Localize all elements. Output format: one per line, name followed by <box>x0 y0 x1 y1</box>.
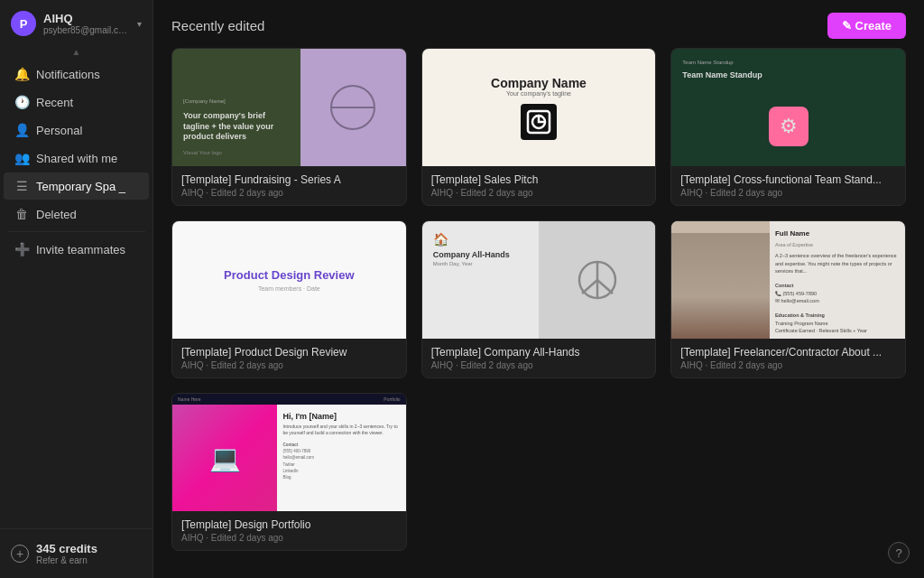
credits-count: 345 credits <box>36 542 97 555</box>
people-icon: 👥 <box>14 151 29 165</box>
card-thumbnail-freelancer: Full Name Area of Expertise A 2–3 senten… <box>671 221 905 339</box>
card-product[interactable]: Product Design Review Team members · Dat… <box>171 220 407 378</box>
card-meta: AIHQ · Edited 2 days ago <box>680 188 896 198</box>
card-fundraising[interactable]: [Company Name] Your company's brief tagl… <box>171 48 407 206</box>
help-button[interactable]: ? <box>888 542 910 564</box>
sidebar-item-deleted[interactable]: 🗑 Deleted <box>4 200 149 228</box>
card-thumbnail-fundraising: [Company Name] Your company's brief tagl… <box>172 49 406 166</box>
create-button[interactable]: ✎ Create <box>827 13 906 39</box>
credits-info: 345 credits Refer & earn <box>36 542 97 565</box>
card-info-standup: [Template] Cross-functional Team Stand..… <box>671 166 905 205</box>
sidebar-item-label: Temporary Spa _ <box>36 180 138 193</box>
sidebar-item-temporary[interactable]: ☰ Temporary Spa _ <box>4 172 149 200</box>
card-title: [Template] Cross-functional Team Stand..… <box>680 173 896 186</box>
card-title: [Template] Freelancer/Contractor About .… <box>680 346 896 359</box>
card-sales[interactable]: Company Name Your company's tagline <box>421 48 657 206</box>
sidebar-item-label: Shared with me <box>36 152 138 165</box>
svg-line-4 <box>582 280 597 294</box>
portfolio-content: 💻 Hi, I'm [Name] Introduce yourself and … <box>172 405 406 511</box>
refer-earn-label: Refer & earn <box>36 555 97 565</box>
card-allhands[interactable]: 🏠 Company All-Hands Month Day, Year <box>421 220 657 378</box>
avatar: P <box>11 11 36 36</box>
clock-icon: 🕐 <box>14 95 29 109</box>
card-meta: AIHQ · Edited 2 days ago <box>181 188 397 198</box>
bell-icon: 🔔 <box>14 67 29 81</box>
main-content: Recently edited ✎ Create [Company Name] … <box>153 0 924 578</box>
sidebar-divider <box>7 231 145 232</box>
card-meta: AIHQ · Edited 2 days ago <box>431 360 647 370</box>
card-info-freelancer: [Template] Freelancer/Contractor About .… <box>671 339 905 378</box>
card-info-fundraising: [Template] Fundraising - Series A AIHQ ·… <box>172 166 406 205</box>
card-title: [Template] Sales Pitch <box>431 173 647 186</box>
card-info-sales: [Template] Sales Pitch AIHQ · Edited 2 d… <box>422 166 656 205</box>
card-thumbnail-product: Product Design Review Team members · Dat… <box>172 221 406 339</box>
trash-icon: 🗑 <box>14 207 29 221</box>
card-thumbnail-allhands: 🏠 Company All-Hands Month Day, Year <box>422 221 656 339</box>
workspace-header[interactable]: P AIHQ psyber85@gmail.com ▾ <box>0 0 152 43</box>
sidebar-footer: + 345 credits Refer & earn <box>0 528 152 578</box>
workspace-name: AIHQ <box>43 12 130 25</box>
credits-section[interactable]: + 345 credits Refer & earn <box>11 538 142 569</box>
sidebar-nav: 🔔 Notifications 🕐 Recent 👤 Personal 👥 Sh… <box>0 60 152 528</box>
sidebar-item-personal[interactable]: 👤 Personal <box>4 117 149 144</box>
cards-grid: [Company Name] Your company's brief tagl… <box>153 48 924 578</box>
card-freelancer[interactable]: Full Name Area of Expertise A 2–3 senten… <box>670 220 906 378</box>
card-thumbnail-sales: Company Name Your company's tagline <box>422 49 656 166</box>
card-title: [Template] Company All-Hands <box>431 346 647 359</box>
card-portfolio[interactable]: Name Here Portfolio 💻 Hi, I'm [Name] Int… <box>171 393 407 551</box>
card-meta: AIHQ · Edited 2 days ago <box>181 360 397 370</box>
sidebar-item-label: Notifications <box>36 68 138 81</box>
portfolio-navbar: Name Here Portfolio <box>172 394 406 405</box>
card-title: [Template] Fundraising - Series A <box>181 173 397 186</box>
sidebar-item-recent[interactable]: 🕐 Recent <box>4 89 149 116</box>
card-info-allhands: [Template] Company All-Hands AIHQ · Edit… <box>422 339 656 378</box>
svg-line-5 <box>597 280 613 294</box>
sidebar-item-notifications[interactable]: 🔔 Notifications <box>4 61 149 88</box>
scroll-up-indicator: ▲ <box>0 43 152 60</box>
card-standup[interactable]: Team Name Standup Team Name Standup ⚙ [T… <box>670 48 906 206</box>
card-info-product: [Template] Product Design Review AIHQ · … <box>172 339 406 378</box>
sidebar-item-shared[interactable]: 👥 Shared with me <box>4 144 149 172</box>
section-title: Recently edited <box>171 18 264 33</box>
card-title: [Template] Product Design Review <box>181 346 397 359</box>
sidebar-item-label: Deleted <box>36 208 138 221</box>
add-person-icon: ➕ <box>14 242 29 256</box>
sidebar-item-label: Recent <box>36 96 138 109</box>
cards-row-1: [Company Name] Your company's brief tagl… <box>171 48 906 206</box>
card-meta: AIHQ · Edited 2 days ago <box>431 188 647 198</box>
card-info-portfolio: [Template] Design Portfolio AIHQ · Edite… <box>172 511 406 550</box>
workspace-email: psyber85@gmail.com <box>43 25 130 35</box>
cards-row-3: Name Here Portfolio 💻 Hi, I'm [Name] Int… <box>171 393 906 551</box>
sidebar: P AIHQ psyber85@gmail.com ▾ ▲ 🔔 Notifica… <box>0 0 153 578</box>
workspace-info: AIHQ psyber85@gmail.com <box>43 12 130 35</box>
sidebar-item-invite[interactable]: ➕ Invite teammates <box>4 236 149 263</box>
card-thumbnail-portfolio: Name Here Portfolio 💻 Hi, I'm [Name] Int… <box>172 394 406 511</box>
main-header: Recently edited ✎ Create <box>153 0 924 48</box>
sidebar-item-label: Invite teammates <box>36 243 138 256</box>
card-meta: AIHQ · Edited 2 days ago <box>680 360 896 370</box>
grid-icon: ☰ <box>14 179 29 193</box>
card-meta: AIHQ · Edited 2 days ago <box>181 533 397 543</box>
plus-circle-icon: + <box>11 545 29 563</box>
cards-row-2: Product Design Review Team members · Dat… <box>171 220 906 378</box>
sidebar-item-label: Personal <box>36 124 138 137</box>
chevron-down-icon: ▾ <box>137 19 142 29</box>
person-icon: 👤 <box>14 123 29 137</box>
card-thumbnail-standup: Team Name Standup Team Name Standup ⚙ <box>671 49 905 166</box>
card-title: [Template] Design Portfolio <box>181 518 397 531</box>
